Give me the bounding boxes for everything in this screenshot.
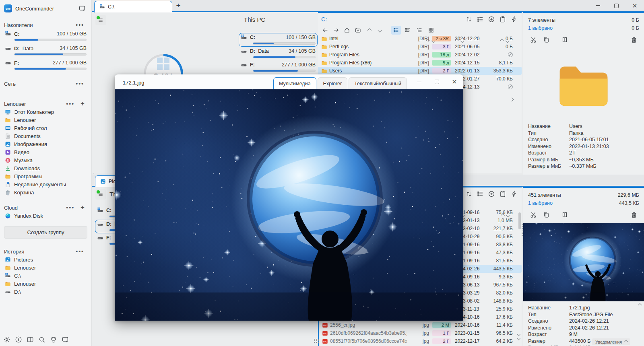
new-window-button[interactable]: [77, 3, 87, 14]
history-item[interactable]: Lenouser: [0, 264, 91, 272]
view-options-button[interactable]: [475, 14, 485, 25]
sidebar-item[interactable]: Downloads: [0, 164, 91, 172]
view-tree-button[interactable]: [415, 26, 424, 35]
viewer-tab-text[interactable]: Текстовый/обычный: [349, 77, 407, 89]
drive-usage-bar: [14, 39, 87, 41]
prev-sibling-button[interactable]: [364, 26, 374, 35]
scrollbar-thumb[interactable]: [518, 212, 521, 229]
view-list-button[interactable]: [391, 26, 401, 35]
file-row[interactable]: Intel [DIR] 2 ч 35' 2024-12-20 0 Б: [318, 35, 522, 43]
paste-button[interactable]: [497, 14, 508, 25]
viewer-image[interactable]: [115, 89, 463, 321]
image-viewer-window[interactable]: 172.1.jpg Мультимедиа Explorer Текстовый…: [115, 74, 463, 321]
sidebar-item[interactable]: Изображения: [0, 140, 91, 148]
drives-menu-button[interactable]: •••: [72, 21, 87, 29]
compare-button[interactable]: [559, 35, 570, 45]
this-pc-drive-row[interactable]: C: 100 / 150 GB: [239, 33, 318, 47]
view-grid-button[interactable]: [426, 26, 436, 35]
panel-splitter[interactable]: [522, 224, 523, 236]
sidebar-item[interactable]: Корзина: [0, 188, 91, 196]
new-item-button[interactable]: [486, 14, 497, 25]
home-button[interactable]: [342, 26, 352, 35]
back-button[interactable]: [320, 26, 330, 35]
cloud-add-button[interactable]: +: [78, 204, 87, 212]
actions-button[interactable]: [509, 189, 519, 199]
paste-button[interactable]: [497, 189, 508, 199]
viewer-tab-multimedia[interactable]: Мультимедиа: [273, 77, 316, 89]
viewer-maximize-button[interactable]: [428, 75, 446, 89]
file-row[interactable]: PerfLogs [DIR] 3 Г 2021-06-05 0 Б: [318, 43, 522, 51]
history-item[interactable]: D:\: [0, 288, 91, 296]
new-item-button[interactable]: [486, 189, 497, 199]
up-folder-button[interactable]: [353, 26, 363, 35]
file-row[interactable]: Program Files [DIR] 18 д 2024-12-02: [318, 51, 522, 59]
user-menu-button[interactable]: •••: [63, 100, 78, 108]
history-item-label: C:\: [14, 273, 21, 279]
file-row[interactable]: Users [DIR] 2 Г 2022-01-13 353,3 КБ: [318, 67, 522, 75]
compare-button[interactable]: [559, 210, 570, 220]
sidebar-item[interactable]: Этот Компьютер: [0, 108, 91, 116]
delete-button[interactable]: [629, 35, 639, 45]
network-menu-button[interactable]: •••: [72, 80, 87, 88]
sidebar-drive-row[interactable]: F: 277 / 1 000 GB: [0, 58, 91, 70]
new-window-button[interactable]: [60, 334, 70, 344]
search-button[interactable]: [37, 334, 47, 344]
history-item[interactable]: C:\: [0, 272, 91, 280]
assistant-button[interactable]: [48, 334, 58, 344]
file-name: 2610dfb069262f84aaac54b3abe95.jpg: [330, 330, 407, 336]
cloud-menu-button[interactable]: •••: [63, 204, 78, 212]
sort-button[interactable]: [464, 14, 474, 25]
sidebar-item[interactable]: Documents: [0, 132, 91, 140]
image-preview-thumbnail[interactable]: [523, 223, 644, 301]
view-details-button[interactable]: [403, 26, 413, 35]
sidebar-drive-row[interactable]: C: 100 / 150 GB: [0, 29, 91, 41]
sidebar-item[interactable]: Yandex Disk: [0, 212, 91, 220]
delete-button[interactable]: [629, 210, 639, 220]
info-button[interactable]: [13, 334, 23, 344]
sort-button[interactable]: [464, 189, 474, 199]
sidebar-item[interactable]: Видео: [0, 148, 91, 156]
notifications-toggle[interactable]: Уведомления: [592, 338, 630, 345]
sidebar-drive-row[interactable]: D: Data 34 / 105 GB: [0, 43, 91, 56]
actions-button[interactable]: [509, 14, 519, 25]
cut-button[interactable]: [528, 210, 539, 220]
file-row[interactable]: Program Files (x86) [DIR] 5 д 2024-12-15…: [318, 59, 522, 67]
copy-button[interactable]: [541, 210, 551, 220]
copy-button[interactable]: [541, 35, 551, 45]
settings-button[interactable]: [2, 334, 12, 344]
layout-button[interactable]: [25, 334, 35, 344]
close-button[interactable]: ✕: [625, 0, 644, 11]
create-group-button[interactable]: Создать группу: [4, 226, 87, 239]
view-options-button[interactable]: [475, 189, 485, 199]
file-row[interactable]: 08551f70f5b706e08956d06ccce74bb1.jpg jpg…: [319, 337, 522, 345]
user-add-button[interactable]: +: [78, 100, 87, 108]
viewer-titlebar[interactable]: 172.1.jpg Мультимедиа Explorer Текстовый…: [115, 74, 463, 89]
maximize-button[interactable]: [607, 0, 625, 11]
forward-button[interactable]: [331, 26, 341, 35]
pane-menu-button[interactable]: [95, 15, 106, 25]
file-row[interactable]: 2556_cr.jpg jpg 2 М 2024-10-16 11,4 КБ: [319, 321, 522, 329]
tab-c-drive[interactable]: C:\: [94, 1, 172, 12]
sidebar-item[interactable]: Программы: [0, 172, 91, 180]
viewer-close-button[interactable]: ✕: [446, 75, 463, 89]
history-item[interactable]: Pictures: [0, 255, 91, 264]
this-pc-drive-row[interactable]: D: Data 34 / 105 GB: [239, 47, 318, 60]
new-tab-button[interactable]: +: [172, 0, 184, 11]
viewer-tab-explorer[interactable]: Explorer: [318, 77, 348, 89]
history-menu-button[interactable]: •••: [72, 247, 87, 255]
file-row[interactable]: 2610dfb069262f84aaac54b3abe95.jpg jpg 1 …: [319, 329, 522, 337]
viewer-minimize-button[interactable]: [410, 75, 428, 89]
minimize-button[interactable]: [588, 0, 607, 11]
file-age-badge: 2 М: [432, 322, 451, 328]
current-path[interactable]: C:: [321, 16, 463, 23]
pane-menu-button[interactable]: [95, 189, 106, 200]
this-pc-drive-row[interactable]: F: 277 / 1 000 GB: [239, 60, 318, 74]
sidebar-item[interactable]: Рабочий стол: [0, 124, 91, 132]
sidebar-item[interactable]: Lenouser: [0, 116, 91, 124]
history-item[interactable]: Lenouser: [0, 280, 91, 288]
row-drag-handle[interactable]: [314, 339, 319, 343]
cut-button[interactable]: [528, 35, 539, 45]
sidebar-item[interactable]: Музыка: [0, 156, 91, 164]
next-sibling-button[interactable]: [375, 26, 384, 35]
sidebar-item[interactable]: Недавние документы: [0, 180, 91, 188]
